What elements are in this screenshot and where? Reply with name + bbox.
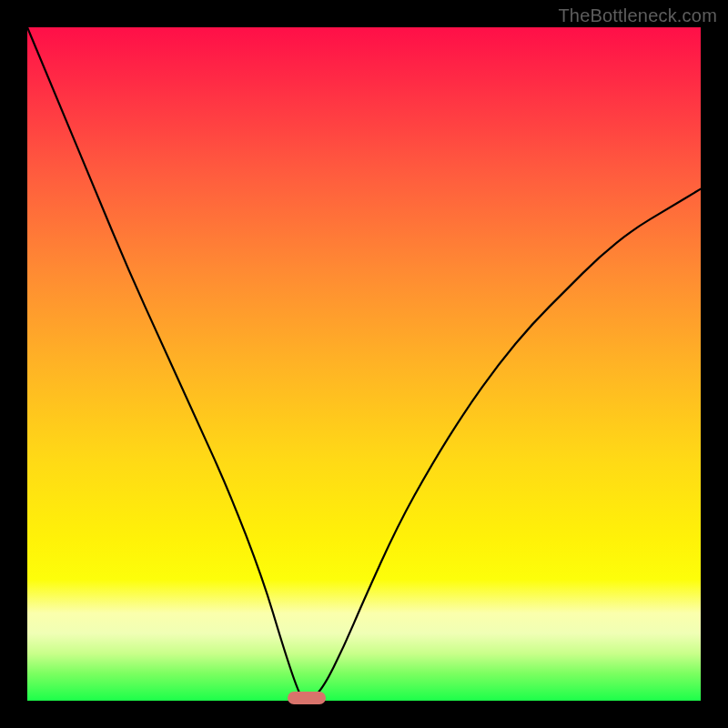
curve-svg	[27, 27, 701, 701]
watermark-text: TheBottleneck.com	[558, 5, 717, 26]
chart-frame: TheBottleneck.com	[0, 0, 728, 728]
bottleneck-curve-path	[27, 27, 701, 701]
plot-area	[27, 27, 701, 701]
optimal-marker	[288, 692, 326, 704]
